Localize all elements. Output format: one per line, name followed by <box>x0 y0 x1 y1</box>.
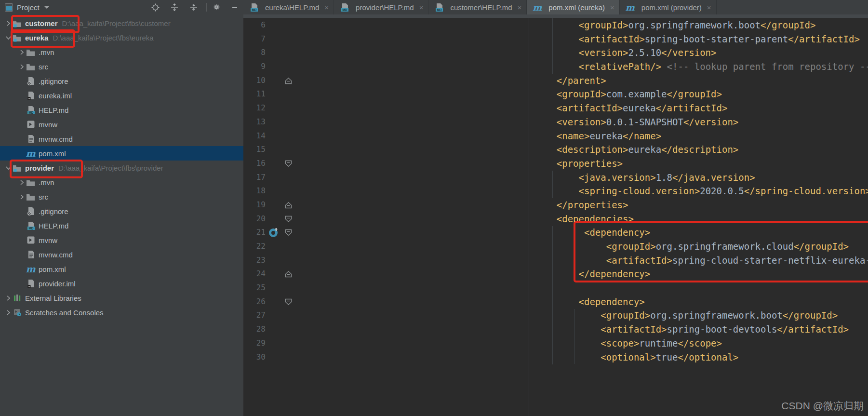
code-line-10[interactable]: </parent> <box>534 74 868 88</box>
code-line-29[interactable]: <scope>runtime</scope> <box>534 336 868 350</box>
tree-item-.gitignore[interactable]: .gitignore <box>0 204 243 218</box>
gutter-row[interactable]: 29 <box>243 336 301 350</box>
settings-icon[interactable] <box>212 2 221 12</box>
gutter-row[interactable]: 26 <box>243 295 301 309</box>
chevron-down-icon[interactable] <box>4 163 13 172</box>
code-line-21[interactable]: <dependency> <box>534 226 868 240</box>
gutter-row[interactable]: 10 <box>243 74 301 88</box>
tree-item-src[interactable]: src <box>0 59 243 74</box>
fold-marker-close[interactable] <box>285 77 292 84</box>
code-line-17[interactable]: <java.version>1.8</java.version> <box>534 171 868 185</box>
tree-item-.mvn[interactable]: .mvn <box>0 175 243 189</box>
tree-item-scratches-and-consoles[interactable]: Scratches and Consoles <box>0 305 243 320</box>
close-icon[interactable]: × <box>707 3 711 12</box>
gutter-row[interactable]: 7 <box>243 32 301 46</box>
code-line-14[interactable]: <name>eureka</name> <box>534 129 868 143</box>
gutter-row[interactable]: 24 <box>243 267 301 281</box>
tree-item-help.md[interactable]: MDHELP.md <box>0 103 243 117</box>
chevron-right-icon[interactable] <box>17 192 26 201</box>
close-icon[interactable]: × <box>518 3 522 12</box>
code-line-9[interactable]: <relativePath/> <!-- lookup parent from … <box>534 60 868 74</box>
code-line-25[interactable] <box>534 281 868 295</box>
locate-icon[interactable] <box>150 2 160 12</box>
code-line-23[interactable]: <artifactId>spring-cloud-starter-netflix… <box>534 254 868 268</box>
tree-item-eureka.iml[interactable]: eureka.iml <box>0 88 243 103</box>
editor-tab-3[interactable]: MDcustomer\HELP.md× <box>428 0 527 14</box>
gutter-row[interactable]: 8 <box>243 46 301 60</box>
gutter-row[interactable]: 22 <box>243 240 301 254</box>
gutter-row[interactable]: 30 <box>243 350 301 364</box>
code-line-13[interactable]: <version>0.0.1-SNAPSHOT</version> <box>534 115 868 129</box>
chevron-right-icon[interactable] <box>17 178 26 187</box>
fold-marker-open[interactable] <box>285 160 292 167</box>
code-line-24[interactable]: </dependency> <box>534 267 868 281</box>
editor-tab-1[interactable]: MDeureka\HELP.md× <box>243 0 334 14</box>
tree-item-external-libraries[interactable]: External Libraries <box>0 291 243 305</box>
fold-marker-close[interactable] <box>285 201 292 209</box>
chevron-right-icon[interactable] <box>4 294 13 302</box>
gutter-row[interactable]: 12 <box>243 101 301 115</box>
tree-item-.mvn[interactable]: .mvn <box>0 45 243 59</box>
tree-item-mvnw[interactable]: mvnw <box>0 117 243 132</box>
chevron-right-icon[interactable] <box>17 62 26 71</box>
tree-item-pom.xml[interactable]: mpom.xml <box>0 262 243 276</box>
editor-tab-5[interactable]: mpom.xml (provider)× <box>620 0 717 14</box>
gutter-row[interactable]: 28 <box>243 322 301 336</box>
expand-all-icon[interactable] <box>170 2 179 12</box>
gutter-row[interactable]: 15 <box>243 143 301 157</box>
editor-tab-4[interactable]: mpom.xml (eureka)× <box>527 0 619 14</box>
code-line-22[interactable]: <groupId>org.springframework.cloud</grou… <box>534 240 868 254</box>
code-line-27[interactable]: <groupId>org.springframework.boot</group… <box>534 309 868 322</box>
code-line-26[interactable]: <dependency> <box>534 295 868 309</box>
fold-marker-open[interactable] <box>285 298 292 306</box>
gutter-row[interactable]: 18 <box>243 184 301 198</box>
gutter-row[interactable]: 6 <box>243 18 301 32</box>
chevron-right-icon[interactable] <box>17 48 26 56</box>
tree-item-mvnw[interactable]: mvnw <box>0 233 243 247</box>
project-view-selector[interactable]: Project <box>17 3 40 12</box>
tree-item-customer[interactable]: customerD:\aaa_kaifa\Project\fbs\custome… <box>0 16 243 30</box>
chevron-right-icon[interactable] <box>4 19 13 27</box>
tree-item-eureka[interactable]: eurekaD:\aaa_kaifa\Project\fbs\eureka <box>0 30 243 45</box>
code-line-6[interactable]: <groupId>org.springframework.boot</group… <box>534 18 868 32</box>
editor-tab-2[interactable]: MDprovider\HELP.md× <box>334 0 428 14</box>
gutter-row[interactable]: 17 <box>243 171 301 185</box>
tree-item-src[interactable]: src <box>0 189 243 204</box>
code-line-28[interactable]: <artifactId>spring-boot-devtools</artifa… <box>534 322 868 336</box>
gutter-row[interactable]: 27 <box>243 309 301 322</box>
code-line-7[interactable]: <artifactId>spring-boot-starter-parent</… <box>534 32 868 46</box>
code-line-20[interactable]: <dependencies> <box>534 212 868 226</box>
chevron-down-icon[interactable] <box>44 6 49 9</box>
tree-item-provider.iml[interactable]: provider.iml <box>0 276 243 291</box>
gutter-row[interactable]: 19 <box>243 198 301 212</box>
gutter-row[interactable]: 16 <box>243 157 301 171</box>
devtools-restart-gutter-icon[interactable] <box>268 227 280 238</box>
chevron-right-icon[interactable] <box>4 308 13 317</box>
code-line-15[interactable]: <description>eureka</description> <box>534 143 868 157</box>
tree-item-help.md[interactable]: MDHELP.md <box>0 218 243 233</box>
close-icon[interactable]: × <box>324 3 329 12</box>
gutter-row[interactable]: 9 <box>243 60 301 74</box>
gutter-row[interactable]: 23 <box>243 254 301 268</box>
gutter-row[interactable]: 21 <box>243 226 301 240</box>
code-line-12[interactable]: <artifactId>eureka</artifactId> <box>534 101 868 115</box>
code-line-19[interactable]: </properties> <box>534 198 868 212</box>
gutter-row[interactable]: 14 <box>243 129 301 143</box>
code-line-11[interactable]: <groupId>com.example</groupId> <box>534 87 868 101</box>
tree-item-pom.xml[interactable]: mpom.xml <box>0 146 243 161</box>
code-line-18[interactable]: <spring-cloud.version>2020.0.5</spring-c… <box>534 184 868 198</box>
tree-item-mvnw.cmd[interactable]: mvnw.cmd <box>0 247 243 262</box>
gutter-row[interactable]: 13 <box>243 115 301 129</box>
tree-item-provider[interactable]: providerD:\aaa_kaifa\Project\fbs\provide… <box>0 161 243 175</box>
tree-item-.gitignore[interactable]: .gitignore <box>0 74 243 88</box>
fold-marker-open[interactable] <box>285 229 292 236</box>
chevron-down-icon[interactable] <box>4 33 13 42</box>
fold-marker-close[interactable] <box>285 270 292 278</box>
close-icon[interactable]: × <box>610 3 614 12</box>
collapse-all-icon[interactable] <box>189 2 199 12</box>
hide-panel-icon[interactable] <box>230 2 240 12</box>
gutter-row[interactable]: 11 <box>243 87 301 101</box>
gutter-row[interactable]: 20 <box>243 212 301 226</box>
code-line-16[interactable]: <properties> <box>534 157 868 171</box>
gutter-row[interactable]: 25 <box>243 281 301 295</box>
